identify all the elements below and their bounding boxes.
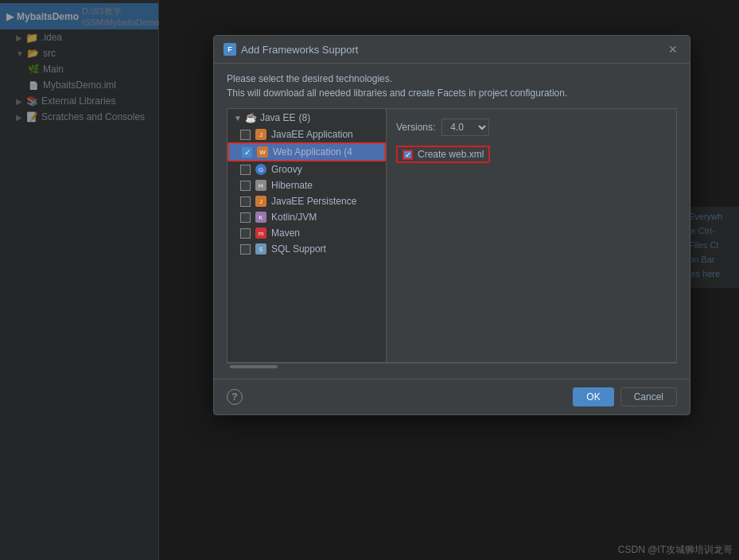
list-item-javaee-app[interactable]: J JavaEE Application <box>228 126 386 142</box>
hibernate-icon: H <box>255 180 266 191</box>
checkbox-create-web-xml[interactable]: ✓ <box>403 150 413 160</box>
dialog-split-pane: ▼ ☕ Java EE (8) J JavaEE Application ✓ W… <box>227 108 677 363</box>
checkbox-sql[interactable] <box>240 244 251 255</box>
sql-icon: S <box>255 243 266 255</box>
create-web-xml-label: Create web.xml <box>418 149 484 160</box>
dialog-title-text: Add Frameworks Support <box>241 44 358 56</box>
javaee-section-icon: ☕ <box>245 112 257 123</box>
versions-label: Versions: <box>396 122 435 133</box>
checkbox-maven[interactable] <box>240 228 251 239</box>
dialog-titlebar: F Add Frameworks Support ✕ <box>214 36 690 64</box>
section-label: Java EE <box>260 112 296 123</box>
kotlin-icon: K <box>255 212 266 223</box>
framework-config-panel: Versions: 4.0 3.1 3.0 2.5 ✓ Create web.x… <box>387 109 676 362</box>
list-item-webapp[interactable]: ✓ W Web Application (4 <box>228 142 386 161</box>
list-item-label-hibernate: Hibernate <box>271 180 313 191</box>
add-frameworks-dialog: F Add Frameworks Support ✕ Please select… <box>213 35 690 415</box>
checkbox-kotlin[interactable] <box>240 212 251 223</box>
dialog-footer: ? OK Cancel <box>214 379 690 414</box>
help-button[interactable]: ? <box>227 389 243 405</box>
list-item-label-groovy: Groovy <box>271 164 302 175</box>
dialog-title-area: F Add Frameworks Support <box>224 43 358 56</box>
ok-button[interactable]: OK <box>573 387 613 406</box>
list-item-maven[interactable]: m Maven <box>228 225 386 241</box>
list-item-sql[interactable]: S SQL Support <box>228 241 386 257</box>
section-count: (8) <box>299 112 311 123</box>
groovy-icon: G <box>255 164 266 175</box>
checkbox-javaee-app[interactable] <box>240 130 251 140</box>
javaee-section-header[interactable]: ▼ ☕ Java EE (8) <box>228 109 386 126</box>
frameworks-list: ▼ ☕ Java EE (8) J JavaEE Application ✓ W… <box>228 109 387 362</box>
checkbox-groovy[interactable] <box>240 165 251 175</box>
scrollbar-area <box>227 363 677 369</box>
versions-row: Versions: 4.0 3.1 3.0 2.5 <box>396 119 667 136</box>
checkbox-webapp[interactable]: ✓ <box>242 147 252 158</box>
versions-select[interactable]: 4.0 3.1 3.0 2.5 <box>441 119 489 136</box>
list-item-hibernate[interactable]: H Hibernate <box>228 177 386 193</box>
scrollbar-thumb[interactable] <box>230 365 278 368</box>
webapp-icon: W <box>257 146 268 158</box>
checkbox-javaee-persistence[interactable] <box>240 196 251 207</box>
section-arrow: ▼ <box>234 114 242 122</box>
list-item-label-maven: Maven <box>271 228 300 239</box>
list-item-javaee-persistence[interactable]: J JavaEE Persistence <box>228 193 386 209</box>
cancel-button[interactable]: Cancel <box>620 387 677 406</box>
list-item-kotlin[interactable]: K Kotlin/JVM <box>228 209 386 225</box>
list-item-groovy[interactable]: G Groovy <box>228 161 386 177</box>
list-item-label-javaee-app: JavaEE Application <box>271 129 353 140</box>
create-web-xml-row[interactable]: ✓ Create web.xml <box>396 146 490 163</box>
list-item-label-sql: SQL Support <box>271 243 326 255</box>
list-item-label-webapp: Web Application (4 <box>273 146 352 158</box>
javaee-persistence-icon: J <box>255 196 266 207</box>
dialog-description-1: Please select the desired technologies. <box>227 73 677 84</box>
dialog-body: Please select the desired technologies. … <box>214 64 690 379</box>
maven-icon: m <box>255 228 266 239</box>
dialog-description-2: This will download all needed libraries … <box>227 88 677 99</box>
list-item-label-kotlin: Kotlin/JVM <box>271 212 317 223</box>
footer-buttons: OK Cancel <box>573 387 677 406</box>
checkbox-hibernate[interactable] <box>240 181 251 191</box>
list-item-label-javaee-persistence: JavaEE Persistence <box>271 196 356 207</box>
watermark: CSDN @IT攻城狮培训龙哥 <box>618 543 733 557</box>
dialog-framework-icon: F <box>224 43 236 56</box>
javaee-app-icon: J <box>255 129 266 140</box>
dialog-close-button[interactable]: ✕ <box>666 42 680 56</box>
